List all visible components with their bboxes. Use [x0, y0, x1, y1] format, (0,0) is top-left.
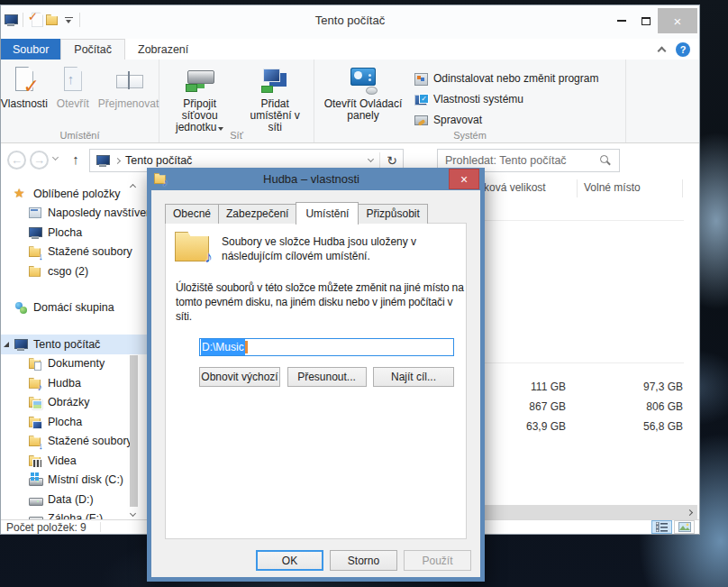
breadcrumb-chevron-icon[interactable]	[114, 158, 121, 164]
help-icon[interactable]: ?	[676, 42, 690, 57]
tab-zobrazeni[interactable]: Zobrazení	[125, 39, 201, 60]
sidebar-item[interactable]: Obrázky	[1, 393, 148, 413]
dialog-tab-obecne[interactable]: Obecné	[165, 204, 219, 224]
address-dropdown-icon[interactable]	[368, 156, 374, 162]
up-button[interactable]: ↑	[67, 151, 85, 169]
cancel-button[interactable]: Storno	[330, 550, 397, 571]
folder-qat-icon[interactable]	[45, 13, 59, 27]
items-count: Počet položek: 9	[6, 521, 86, 534]
drive-windows-icon	[28, 472, 42, 487]
rename-button[interactable]: Přejmenovat	[94, 62, 163, 113]
column-separator[interactable]	[577, 179, 578, 197]
forward-button[interactable]: →	[30, 151, 49, 170]
sidebar-item[interactable]: Videa	[1, 451, 148, 471]
mouse-icon	[366, 87, 378, 95]
drive-icon	[28, 511, 42, 519]
sidebar-item[interactable]: Dokumenty	[1, 354, 148, 374]
address-separator	[379, 152, 380, 169]
window-system-icon[interactable]	[4, 13, 18, 27]
close-button[interactable]: ×	[658, 8, 697, 33]
scroll-right-icon	[687, 509, 693, 516]
sidebar-item[interactable]: Data (D:)	[1, 490, 148, 509]
recent-locations-arrow-icon[interactable]	[52, 154, 59, 161]
open-button[interactable]: Otevřít	[52, 62, 94, 113]
collapse-ribbon-icon[interactable]	[658, 47, 667, 56]
sidebar-item[interactable]: Stažené soubory	[1, 432, 148, 452]
back-button[interactable]: ←	[7, 151, 26, 170]
sidebar-item[interactable]: Oblíbené položky	[1, 184, 148, 204]
scroll-up-icon[interactable]	[130, 184, 136, 190]
system-properties-button[interactable]: Vlastnosti systému	[414, 92, 598, 106]
sidebar-item-label: Záloha (F:)	[48, 512, 103, 519]
add-network-location-button[interactable]: Přidat umístění v síti	[238, 62, 312, 136]
scrollbar-thumb[interactable]	[130, 355, 138, 507]
maximize-button[interactable]	[633, 8, 658, 33]
location-description-text: Úložiště souborů v této složce můžete zm…	[176, 280, 469, 324]
dialog-tab-prizpusobit[interactable]: Přizpůsobit	[358, 204, 427, 224]
dialog-tab-zabezpeceni[interactable]: Zabezpečení	[218, 204, 296, 224]
minimize-button[interactable]	[609, 8, 633, 33]
scroll-down-icon[interactable]	[130, 510, 136, 517]
text-caret	[245, 341, 248, 353]
refresh-icon[interactable]: ↻	[387, 154, 397, 167]
group-label-system: Systém	[314, 130, 625, 141]
system-properties-icon	[414, 92, 428, 106]
manage-button[interactable]: Spravovat	[414, 113, 598, 127]
search-icon[interactable]	[599, 154, 612, 167]
column-separator[interactable]	[682, 179, 683, 197]
uninstall-program-button[interactable]: Odinstalovat nebo změnit program	[414, 71, 598, 86]
dialog-close-button[interactable]: ×	[449, 169, 479, 189]
location-action-buttons: Obnovit výchozí Přesunout... Najít cíl..…	[199, 367, 454, 387]
sidebar-item[interactable]: Místní disk (C:)	[1, 471, 148, 491]
ok-button[interactable]: OK	[256, 550, 323, 571]
manage-icon	[414, 113, 428, 127]
sidebar-item[interactable]: Plocha	[1, 223, 148, 243]
restore-default-button[interactable]: Obnovit výchozí	[199, 367, 280, 387]
breadcrumb[interactable]: Tento počítač	[125, 154, 192, 167]
move-button[interactable]: Přesunout...	[287, 367, 367, 387]
folder-pictures-icon	[28, 395, 42, 409]
expander-icon[interactable]	[4, 342, 9, 347]
details-view-button[interactable]	[651, 520, 672, 534]
map-network-drive-button[interactable]: Připojit síťovou jednotku	[161, 62, 238, 136]
customize-qat-arrow-icon[interactable]	[64, 14, 75, 26]
csgo-icon	[28, 264, 42, 279]
sidebar-item[interactable]: Záloha (F:)	[1, 509, 148, 520]
folder-download-icon	[28, 434, 42, 448]
sidebar-item[interactable]: Stažené soubory	[1, 243, 148, 262]
sidebar-item[interactable]: Naposledy navštívené	[1, 204, 148, 224]
scroll-right-button[interactable]	[682, 505, 697, 520]
sidebar-item-label: Hudba	[48, 377, 81, 390]
star-icon	[14, 187, 28, 201]
sidebar-item[interactable]: Hudba	[1, 373, 148, 393]
dialog-body: ObecnéZabezpečeníUmístěníPřizpůsobit Sou…	[151, 190, 480, 577]
apply-button[interactable]: Použít	[404, 550, 471, 571]
navigation-pane: Oblíbené položky Naposledy navštívené Pl…	[1, 178, 148, 519]
sidebar-item-label: Plocha	[48, 226, 82, 239]
toolbar-separator	[79, 13, 80, 27]
sidebar-item-label: Videa	[48, 454, 77, 467]
sidebar-item[interactable]: Plocha	[1, 412, 148, 432]
dialog-tabs: ObecnéZabezpečeníUmístěníPřizpůsobit	[165, 202, 427, 224]
properties-qat-icon[interactable]	[28, 12, 38, 22]
sidebar-item[interactable]: csgo (2)	[1, 261, 148, 281]
open-control-panel-button[interactable]: Otevřít Ovládací panely	[316, 62, 410, 128]
sidebar-item-label: csgo (2)	[48, 265, 88, 278]
location-intro-text: Soubory ve složce Hudba jsou uloženy v n…	[222, 234, 450, 263]
find-target-button[interactable]: Najít cíl...	[373, 367, 454, 387]
tab-soubor[interactable]: Soubor	[1, 39, 60, 60]
minimize-icon	[617, 20, 626, 22]
ribbon-group-location: Vlastnosti Otevřít Přejmenovat Umístění	[1, 60, 159, 142]
thumbnail-view-button[interactable]	[674, 520, 695, 534]
properties-button[interactable]: Vlastnosti	[0, 62, 52, 113]
sidebar-scrollbar[interactable]	[127, 178, 141, 519]
add-network-location-icon	[259, 66, 290, 95]
dialog-tab-umisteni[interactable]: Umístění	[296, 202, 359, 225]
path-input[interactable]: D:\Music	[199, 338, 454, 356]
sidebar-item[interactable]: Tento počítač	[1, 335, 148, 354]
ribbon-group-system: Otevřít Ovládací panely Odinstalovat neb…	[314, 60, 626, 142]
sidebar-item-label: Oblíbené položky	[33, 188, 121, 200]
column-header-free-space[interactable]: Volné místo	[584, 181, 641, 194]
sidebar-item[interactable]: Domácí skupina	[1, 298, 148, 318]
tab-pocitac[interactable]: Počítač	[60, 39, 125, 60]
